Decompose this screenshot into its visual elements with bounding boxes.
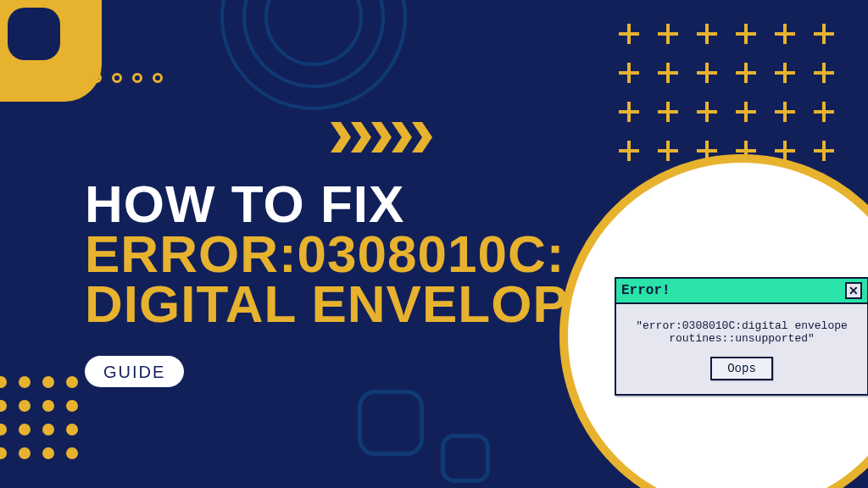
- plus-icon: [693, 59, 721, 86]
- plus-icon: [732, 98, 760, 125]
- plus-icon: [615, 137, 643, 164]
- plus-icon: [771, 98, 798, 125]
- dialog-message-line-1: "error:0308010C:digital envelope: [628, 319, 855, 332]
- dot-icon: [0, 447, 7, 459]
- plus-icon: [732, 20, 760, 47]
- plus-icon: [654, 137, 682, 164]
- error-dialog: Error! ✕ "error:0308010C:digital envelop…: [615, 277, 868, 396]
- dot-icon: [42, 376, 54, 388]
- squircle-hole: [8, 8, 60, 60]
- plus-icon: [654, 59, 682, 86]
- dot-icon: [19, 447, 31, 459]
- close-icon[interactable]: ✕: [845, 282, 862, 299]
- plus-icon: [810, 137, 837, 164]
- dot-icon: [42, 447, 54, 459]
- dots-grid-icon: [0, 376, 78, 459]
- headline: How to Fix Error:0308010C: Digital Envel…: [85, 180, 604, 330]
- dot-icon: [19, 424, 31, 435]
- dot-icon: [0, 400, 7, 412]
- plus-icon: [615, 98, 643, 125]
- plus-icon: [693, 98, 721, 125]
- outline-squircle-icon: [358, 390, 424, 456]
- hollow-circle-icon: [153, 73, 163, 83]
- plus-icon: [771, 20, 798, 47]
- dot-icon: [66, 447, 78, 459]
- headline-line-3: Digital Envelope: [85, 280, 604, 330]
- oops-button[interactable]: Oops: [710, 357, 773, 380]
- hollow-circle-icon: [132, 73, 142, 83]
- plus-icon: [615, 59, 643, 86]
- concentric-rings-icon: [220, 0, 407, 110]
- dialog-body: "error:0308010C:digital envelope routine…: [616, 304, 867, 394]
- headline-line-2: Error:0308010C:: [85, 230, 604, 280]
- dot-icon: [42, 400, 54, 412]
- dot-icon: [42, 424, 54, 435]
- dialog-title: Error!: [621, 283, 670, 298]
- dot-icon: [66, 376, 78, 388]
- dot-icon: [66, 400, 78, 412]
- guide-badge: GUIDE: [85, 356, 184, 387]
- plus-icon: [810, 20, 837, 47]
- plus-icon: [810, 98, 837, 125]
- dot-icon: [0, 424, 7, 435]
- feature-circle: Error! ✕ "error:0308010C:digital envelop…: [559, 154, 868, 488]
- dot-icon: [19, 376, 31, 388]
- plus-grid: [615, 20, 837, 164]
- plus-icon: [810, 59, 837, 86]
- headline-line-1: How to Fix: [85, 180, 604, 230]
- circles-row-icon: [92, 73, 163, 83]
- squircle-accent-icon: [0, 0, 102, 102]
- dot-icon: [66, 424, 78, 435]
- plus-icon: [615, 20, 643, 47]
- hollow-circle-icon: [92, 73, 102, 83]
- outline-squircle-icon: [441, 434, 490, 483]
- plus-icon: [771, 59, 798, 86]
- dot-icon: [19, 400, 31, 412]
- plus-icon: [693, 20, 721, 47]
- hollow-circle-icon: [112, 73, 122, 83]
- chevrons-row-icon: [331, 122, 432, 152]
- dialog-titlebar: Error! ✕: [616, 279, 867, 304]
- plus-icon: [654, 98, 682, 125]
- dialog-message-line-2: routines::unsupported": [628, 332, 855, 345]
- plus-icon: [732, 59, 760, 86]
- dot-icon: [0, 376, 7, 388]
- plus-icon: [654, 20, 682, 47]
